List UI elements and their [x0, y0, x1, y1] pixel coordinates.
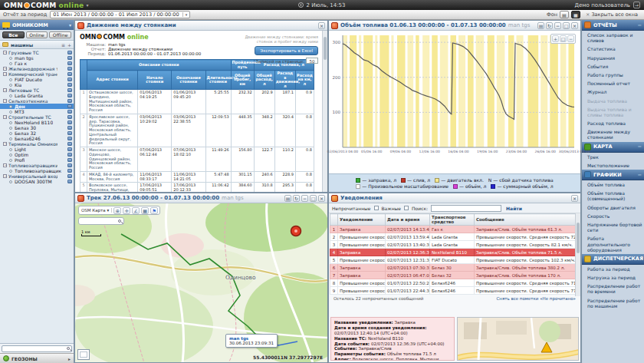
vehicle-status-icon[interactable] — [67, 115, 72, 119]
tree-vehicle[interactable]: Белаз 32 — [0, 130, 74, 136]
print-icon[interactable]: ▤ — [284, 195, 291, 202]
logout-icon[interactable]: → — [633, 2, 640, 8]
table-row[interactable]: 3Минское шоссе, Одинцово, Одинцовский ра… — [80, 147, 314, 172]
vehicle-radio-icon[interactable] — [9, 170, 12, 173]
vehicle-radio-icon[interactable] — [9, 94, 12, 97]
tree-vehicle[interactable]: NexHoland B110 — [0, 120, 74, 125]
table-row[interactable]: 5Волковское шоссе, Перловка, Мытищи, Мос… — [80, 183, 314, 192]
calendar-dropdown-icon[interactable]: ▾ — [182, 12, 188, 17]
menu-item[interactable]: Трек — [582, 153, 644, 161]
vehicle-status-icon[interactable] — [67, 120, 72, 124]
map-layers-icon[interactable]: ▦ — [141, 207, 149, 214]
important-checkbox[interactable] — [404, 206, 409, 210]
tree-vehicle[interactable]: МТЗ — [0, 109, 74, 114]
vehicle-status-icon[interactable] — [67, 169, 72, 173]
menu-item[interactable]: Объём топлива — [582, 180, 644, 189]
collapse-icon[interactable]: − — [3, 163, 7, 167]
map-marker-icon[interactable]: ⚑ — [150, 207, 158, 214]
refresh-icon[interactable]: ↻ — [546, 22, 553, 29]
close-icon[interactable]: × — [318, 22, 325, 29]
map-search-input[interactable] — [78, 217, 124, 225]
collapse-icon[interactable]: − — [638, 172, 642, 178]
tree-header[interactable]: машины ≡+ — [0, 41, 74, 49]
tree-vehicle[interactable]: Kia — [0, 82, 74, 87]
menu-item[interactable]: Работа за период — [582, 265, 644, 273]
section-header-диспетчерская[interactable]: ДИСПЕТЧЕРСКАЯ− — [582, 254, 644, 265]
notification-row[interactable]: 8Превышение скорости01/07/2013 22:50:26Б… — [330, 279, 577, 287]
menu-item[interactable]: Распределение работ по времени — [582, 282, 644, 295]
geozones-bar[interactable]: ГЕОЗОНЫ ▸ — [0, 353, 74, 363]
tree-vehicle[interactable]: Light — [0, 147, 74, 152]
close-icon[interactable]: × — [571, 195, 578, 202]
vehicle-radio-icon[interactable] — [9, 148, 12, 151]
tab-все[interactable]: Все — [2, 31, 25, 38]
tree-group[interactable]: −Терминалы Омникомм — [0, 141, 74, 147]
notification-mini-map[interactable] — [457, 317, 579, 361]
tree-vehicle[interactable]: Profi — [0, 157, 74, 163]
notification-row[interactable]: 1Заправка02/07/2013 14:13:48Газ кЗаправк… — [330, 226, 577, 233]
period-range-input[interactable]: 01 Июн 2013 / 00:00:00 - 01 Июл 2013 / 0… — [50, 11, 190, 18]
collapse-icon[interactable]: − — [3, 142, 7, 146]
menu-item[interactable]: Посменный отчет — [582, 79, 644, 87]
map-zoom-icon[interactable]: ⊕ — [113, 207, 121, 214]
section-header-графики[interactable]: ГРАФИКИ− — [582, 170, 644, 180]
notifications-scrollbar[interactable] — [575, 213, 580, 296]
notif-column-header[interactable]: Сообщение — [475, 214, 577, 226]
vehicle-radio-icon[interactable] — [9, 180, 12, 183]
tree-vehicle[interactable]: FIAT Ducato — [0, 77, 74, 82]
vehicle-status-icon[interactable] — [67, 104, 72, 108]
mark-all-read-link[interactable]: Снять все пометки «Не прочитано» — [497, 296, 577, 301]
vehicle-status-icon[interactable] — [67, 131, 72, 135]
map-window-titlebar[interactable]: Трек 27.06.13 00:00:00 - 01.07.13 00:00:… — [75, 193, 327, 203]
collapse-icon[interactable]: − — [3, 67, 7, 71]
report-scrollbar[interactable] — [322, 31, 327, 192]
menu-item[interactable]: Распределение работ по машинам — [582, 296, 644, 310]
menu-item[interactable]: Скорость — [582, 212, 644, 220]
zoom-out-icon[interactable]: − — [567, 35, 574, 42]
vehicle-status-icon[interactable] — [67, 99, 72, 103]
company-header[interactable]: ОМНИКОММ ▾ — [0, 20, 74, 30]
vehicle-status-icon[interactable] — [67, 61, 72, 65]
vehicle-status-icon[interactable] — [67, 67, 72, 71]
table-row[interactable]: 4МКАД, 84-й километр, Москва, Россия11/0… — [80, 171, 314, 183]
legend-item[interactable]: — Произвольное масштабирование — [356, 183, 449, 189]
layout-list-icon[interactable]: ▤ — [560, 11, 569, 18]
vehicle-status-icon[interactable] — [67, 110, 72, 114]
menu-item[interactable]: Движение между стоянками — [582, 127, 644, 141]
vehicle-status-icon[interactable] — [67, 158, 72, 162]
vehicle-status-icon[interactable] — [67, 126, 72, 130]
notif-column-header[interactable]: Уведомление — [338, 214, 386, 226]
notif-column-header[interactable]: Транспортное средство — [430, 214, 475, 226]
menu-item[interactable]: Нагрузка за период — [582, 273, 644, 282]
vehicle-radio-icon[interactable] — [9, 105, 12, 108]
collapse-icon[interactable]: − — [638, 144, 642, 150]
vehicle-status-icon[interactable] — [67, 174, 72, 178]
menu-item[interactable]: Обороты двигателя — [582, 203, 644, 212]
collapse-icon[interactable]: − — [3, 51, 7, 54]
vehicle-status-icon[interactable] — [67, 88, 72, 92]
tree-vehicle[interactable]: Газ к — [0, 61, 74, 66]
menu-item[interactable]: События — [582, 62, 644, 71]
tree-vehicle[interactable]: Белаз 30 — [0, 125, 74, 130]
vehicle-status-icon[interactable] — [67, 147, 72, 151]
add-icon[interactable]: + — [67, 42, 71, 48]
tree-vehicle[interactable]: Lada Granta — [0, 93, 74, 98]
notification-row[interactable]: 9Превышение скорости01/07/2013 22:44:30Б… — [330, 287, 577, 295]
notifications-titlebar[interactable]: Уведомления × — [329, 193, 580, 203]
print-icon[interactable]: ▤ — [537, 22, 544, 29]
section-header-отчёты[interactable]: ОТЧЁТЫ− — [582, 20, 644, 31]
chart-window-titlebar[interactable]: Объём топлива 01.06.13 00:00:00 - 01.07.… — [329, 21, 580, 31]
tab-online[interactable]: Online — [26, 31, 48, 38]
vehicle-status-icon[interactable] — [67, 56, 72, 60]
export-excel-button[interactable]: Экспортировать в Excel — [255, 46, 318, 55]
vehicle-radio-icon[interactable] — [9, 62, 12, 65]
collapse-icon[interactable]: − — [3, 72, 7, 76]
menu-item[interactable]: Работа группы — [582, 71, 644, 79]
close-icon[interactable]: × — [318, 195, 325, 202]
map-ruler-icon[interactable]: ∠ — [132, 207, 140, 214]
menu-item[interactable]: Объём топлива (совмещенный) — [582, 189, 644, 203]
vehicle-radio-icon[interactable] — [9, 132, 12, 135]
map-pan-icon[interactable]: ✛ — [123, 207, 130, 214]
map-layer-select[interactable]: OSM Карта ▾ — [80, 208, 112, 213]
tab-offline[interactable]: Offline — [49, 31, 71, 38]
